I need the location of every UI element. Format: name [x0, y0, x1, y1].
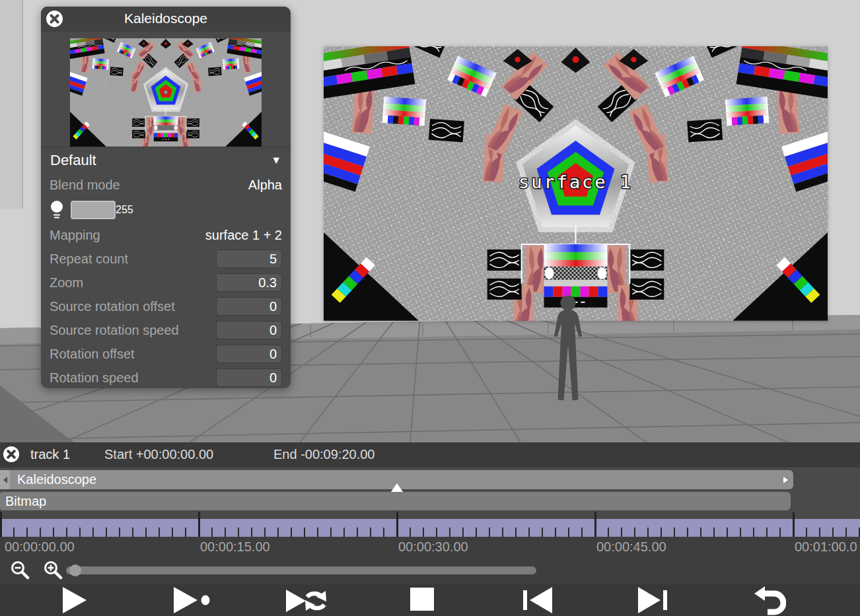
jump-to-start-button[interactable]: [522, 586, 554, 616]
stop-button[interactable]: [410, 586, 435, 613]
opacity-field[interactable]: 255: [116, 204, 133, 216]
undo-icon: [754, 586, 786, 616]
source-rotation-offset-label: Source rotation offset: [50, 299, 175, 314]
opacity-row: 255: [41, 197, 291, 223]
repeat-count-field[interactable]: 5: [216, 250, 282, 268]
time-label: 00:00:15.00: [200, 539, 270, 555]
track-header: track 1 Start +00:00:00.00 End -00:09:20…: [0, 442, 860, 467]
zoom-field[interactable]: 0.3: [216, 273, 282, 292]
zoom-row: Zoom 0.3: [41, 271, 291, 294]
layer-bar-bitmap[interactable]: Bitmap: [0, 492, 791, 510]
play-from-cue-icon: [172, 586, 213, 614]
zoom-out-icon: [10, 561, 30, 580]
timeline-zoom-in-button[interactable]: [42, 561, 63, 582]
timeline-zoom-row: [0, 557, 860, 584]
source-rotation-offset-row: Source rotation offset 0: [41, 294, 291, 318]
layer-label: Bitmap: [5, 494, 46, 509]
source-rotation-speed-label: Source rotation speed: [50, 323, 179, 338]
ruler-major-tick: [0, 512, 2, 537]
chevron-down-icon: ▼: [271, 154, 281, 166]
mapping-value[interactable]: surface 1 + 2: [205, 228, 282, 243]
source-rotation-speed-row: Source rotation speed 0: [41, 318, 291, 342]
close-track-button[interactable]: [2, 446, 20, 464]
source-rotation-offset-field[interactable]: 0: [216, 297, 282, 316]
ruler-major-tick: [396, 512, 398, 537]
jump-to-end-icon: [637, 586, 668, 614]
rotation-offset-label: Rotation offset: [50, 347, 135, 362]
mapping-label: Mapping: [50, 228, 100, 243]
timeline-panel: track 1 Start +00:00:00.00 End -00:09:20…: [0, 442, 860, 616]
repeat-count-label: Repeat count: [50, 252, 128, 267]
preset-value: Default: [50, 152, 96, 169]
play-loop-icon: [286, 586, 327, 615]
scroll-left-handle[interactable]: [0, 470, 10, 489]
jump-to-start-icon: [522, 586, 554, 614]
wall-corner: [0, 0, 22, 209]
effect-preview: [70, 38, 262, 147]
timeline-zoom-out-button[interactable]: [9, 561, 30, 582]
zoom-label: Zoom: [50, 275, 83, 291]
time-label: 00:00:00.00: [5, 539, 75, 555]
effect-title: Kaleidoscope: [41, 11, 291, 26]
source-rotation-speed-field[interactable]: 0: [216, 321, 282, 339]
track-start-time: Start +00:00:00.00: [104, 447, 213, 462]
rotation-offset-row: Rotation offset 0: [41, 342, 291, 366]
effect-panel: Kaleidoscope Default ▼ Blend mode Alpha …: [41, 7, 291, 388]
rotation-speed-row: Rotation speed 0: [41, 366, 291, 390]
slider-knob[interactable]: [69, 565, 81, 576]
blend-mode-row: Blend mode Alpha: [41, 173, 291, 197]
timeline-ruler[interactable]: [0, 519, 860, 537]
mapping-row: Mapping surface 1 + 2: [41, 223, 291, 247]
blend-mode-value[interactable]: Alpha: [248, 178, 282, 193]
play-button[interactable]: [61, 586, 88, 616]
blend-mode-label: Blend mode: [50, 178, 120, 193]
track-end-time: End -00:09:20.00: [273, 447, 375, 462]
ruler-minor-ticks: [0, 528, 860, 537]
jump-to-end-button[interactable]: [637, 586, 668, 616]
triangle-right-icon[interactable]: [783, 477, 788, 483]
rotation-offset-field[interactable]: 0: [216, 345, 282, 363]
stop-icon: [410, 586, 435, 611]
ruler-major-tick: [198, 512, 200, 537]
bulb-icon: [50, 200, 64, 220]
layer-label: Kaleidoscope: [17, 472, 96, 487]
play-icon: [61, 586, 88, 614]
time-label: 00:00:30.00: [398, 539, 468, 555]
rotation-speed-field[interactable]: 0: [216, 368, 282, 387]
repeat-count-row: Repeat count 5: [41, 247, 291, 271]
zoom-in-icon: [43, 561, 63, 580]
undo-button[interactable]: [754, 586, 786, 616]
color-swatch[interactable]: [71, 201, 116, 219]
timeline-scroll-slider[interactable]: [66, 566, 536, 574]
play-from-cue-button[interactable]: [172, 586, 213, 616]
ruler-labels: 00:00:00.00 00:00:15.00 00:00:30.00 00:0…: [0, 537, 860, 557]
transport-bar: [0, 584, 860, 616]
ruler-major-tick: [793, 512, 795, 537]
play-loop-button[interactable]: [286, 586, 327, 616]
time-label: 00:01:00.0: [795, 539, 857, 555]
triangle-left-icon: [3, 477, 7, 483]
rotation-speed-label: Rotation speed: [50, 370, 139, 386]
preset-dropdown[interactable]: Default ▼: [41, 147, 291, 173]
person-silhouette: [544, 294, 592, 407]
projection-screen[interactable]: surface 1: [324, 46, 828, 321]
close-icon: [3, 446, 20, 463]
surface-label: surface 1: [519, 172, 633, 192]
effect-panel-header[interactable]: Kaleidoscope: [41, 7, 291, 32]
time-label: 00:00:45.00: [596, 539, 666, 555]
ruler-major-tick: [594, 512, 596, 537]
track-name: track 1: [30, 447, 70, 462]
